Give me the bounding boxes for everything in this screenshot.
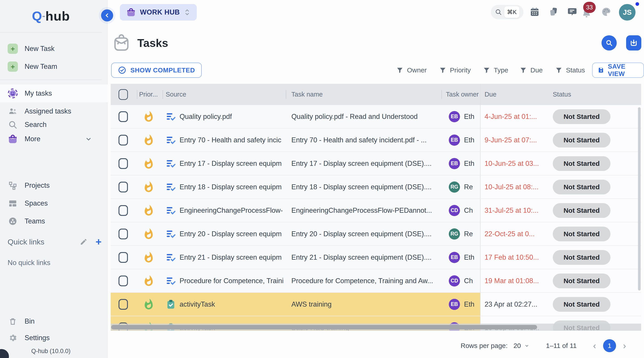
- row-checkbox[interactable]: [118, 252, 128, 263]
- table-row[interactable]: Quality policy.pdf Quality policy.pdf - …: [111, 105, 641, 128]
- task-name: EngineeringChangeProcessFlow-PEDannot...: [291, 207, 432, 215]
- quick-links-title: Quick links: [8, 238, 44, 246]
- workspace-switcher[interactable]: WORK HUB: [120, 4, 197, 20]
- funnel-icon: [520, 67, 527, 74]
- sidebar-item-my-tasks[interactable]: My tasks: [0, 84, 108, 102]
- column-header-status[interactable]: Status: [550, 84, 641, 105]
- current-page-button[interactable]: 1: [603, 339, 616, 352]
- sidebar-collapse-button[interactable]: [101, 9, 113, 21]
- due-date: 19 Mar at 01:08...: [484, 277, 539, 285]
- new-team-button[interactable]: + New Team: [0, 58, 108, 75]
- owner-avatar: RG: [449, 181, 460, 193]
- table-row[interactable]: activityTask AWS training EB Eth 23 Apr …: [111, 293, 641, 316]
- user-avatar[interactable]: JS: [619, 4, 636, 20]
- filter-priority[interactable]: Priority: [439, 64, 471, 76]
- table-row[interactable]: Entry 18 - Display screen equipm Entry 1…: [111, 175, 641, 199]
- face-icon: [8, 88, 18, 98]
- global-search[interactable]: ⌘K: [491, 5, 524, 19]
- funnel-icon: [555, 67, 562, 74]
- table-row[interactable]: EngineeringChangeProcessFlow- Engineerin…: [111, 199, 641, 222]
- column-header-owner[interactable]: Task owner: [442, 84, 480, 105]
- save-view-button[interactable]: SAVE VIEW: [592, 62, 644, 78]
- task-name: Entry 20 - Display screen equipment (DSE…: [291, 230, 432, 238]
- filter-owner[interactable]: Owner: [396, 64, 427, 76]
- status-badge[interactable]: Not Started: [553, 274, 610, 288]
- search-icon: [495, 8, 502, 16]
- sidebar-item-bin[interactable]: Bin: [0, 313, 108, 330]
- funnel-icon: [483, 67, 490, 74]
- owner-name: Ch: [464, 277, 473, 285]
- document-task-icon: [166, 229, 176, 239]
- palette-icon[interactable]: [601, 7, 611, 17]
- status-badge[interactable]: Not Started: [553, 203, 610, 218]
- save-floppy-icon: [598, 66, 604, 74]
- status-badge[interactable]: Not Started: [553, 180, 610, 194]
- source-text: Entry 70 - Health and safety incic: [180, 136, 281, 144]
- filter-due[interactable]: Due: [520, 64, 543, 76]
- pagination-range: 1–11 of 11: [546, 342, 577, 350]
- owner-name: Eth: [464, 113, 474, 121]
- column-header-source[interactable]: Source: [162, 84, 285, 105]
- owner-avatar: RG: [449, 228, 460, 240]
- filter-type[interactable]: Type: [483, 64, 508, 76]
- task-name: AWS training: [291, 300, 332, 308]
- sidebar-item-settings[interactable]: Settings: [0, 329, 108, 347]
- column-header-task[interactable]: Task name: [286, 84, 442, 105]
- sidebar-item-projects[interactable]: Projects: [0, 177, 108, 194]
- status-badge[interactable]: Not Started: [553, 156, 610, 171]
- row-checkbox[interactable]: [118, 276, 128, 286]
- column-header-due[interactable]: Due: [480, 84, 550, 105]
- source-text: Entry 18 - Display screen equipm: [180, 183, 282, 191]
- trash-icon: [8, 316, 18, 327]
- owner-avatar: CD: [449, 275, 460, 287]
- status-badge[interactable]: Not Started: [553, 109, 610, 124]
- previous-page-button[interactable]: ‹: [590, 341, 599, 351]
- sidebar-item-spaces[interactable]: Spaces: [0, 194, 108, 212]
- row-checkbox[interactable]: [118, 229, 128, 239]
- row-checkbox[interactable]: [118, 182, 128, 192]
- status-badge[interactable]: Not Started: [553, 297, 610, 312]
- column-header-priority[interactable]: Prior...: [137, 84, 162, 105]
- new-task-button[interactable]: + New Task: [0, 40, 108, 58]
- row-checkbox[interactable]: [118, 158, 128, 169]
- owner-avatar: EB: [449, 111, 460, 122]
- task-name: Entry 17 - Display screen equipment (DSE…: [291, 160, 432, 168]
- app-version: Q-hub (10.0.0): [0, 348, 102, 355]
- add-quick-link-icon[interactable]: +: [96, 238, 102, 246]
- status-badge[interactable]: Not Started: [553, 227, 610, 241]
- calendar-icon[interactable]: [530, 7, 540, 17]
- vertical-scrollbar[interactable]: [638, 105, 641, 331]
- show-completed-button[interactable]: SHOW COMPLETED: [111, 62, 202, 78]
- due-date: 10-Jun-25 at 03...: [484, 160, 539, 168]
- page-title: Tasks: [137, 37, 168, 50]
- search-icon: [605, 39, 613, 47]
- pencil-icon[interactable]: [80, 238, 88, 246]
- task-name: Entry 18 - Display screen equipment (DSE…: [291, 183, 432, 191]
- chat-icon[interactable]: [567, 7, 577, 17]
- table-row[interactable]: Entry 70 - Health and safety incic Entry…: [111, 128, 641, 152]
- export-button[interactable]: [626, 35, 641, 50]
- briefcase-icon: [8, 134, 18, 144]
- next-page-button[interactable]: ›: [620, 341, 629, 351]
- table-search-button[interactable]: [602, 35, 617, 50]
- status-badge[interactable]: Not Started: [553, 250, 610, 265]
- select-all-checkbox[interactable]: [118, 89, 128, 100]
- table-row[interactable]: Entry 21 - Display screen equipm Entry 2…: [111, 246, 641, 269]
- table-row[interactable]: Procedure for Competence, Traini Procedu…: [111, 269, 641, 293]
- copy-icon[interactable]: [548, 7, 558, 17]
- horizontal-scrollbar[interactable]: [111, 324, 641, 331]
- row-checkbox[interactable]: [118, 299, 128, 310]
- status-badge[interactable]: Not Started: [553, 133, 610, 147]
- table-row[interactable]: Entry 17 - Display screen equipm Entry 1…: [111, 152, 641, 175]
- table-row[interactable]: Entry 20 - Display screen equipm Entry 2…: [111, 222, 641, 246]
- row-checkbox[interactable]: [118, 135, 128, 145]
- row-checkbox[interactable]: [118, 111, 128, 122]
- status-dot: [636, 2, 639, 6]
- rows-per-page-select[interactable]: 20: [514, 342, 529, 350]
- row-checkbox[interactable]: [118, 205, 128, 216]
- sidebar-item-more[interactable]: More: [0, 130, 108, 148]
- filter-status[interactable]: Status: [555, 64, 585, 76]
- briefcase-icon: [126, 7, 136, 17]
- sidebar-item-teams[interactable]: Teams: [0, 212, 108, 230]
- tasks-table: Prior... Source Task name Task owner Due…: [111, 84, 641, 331]
